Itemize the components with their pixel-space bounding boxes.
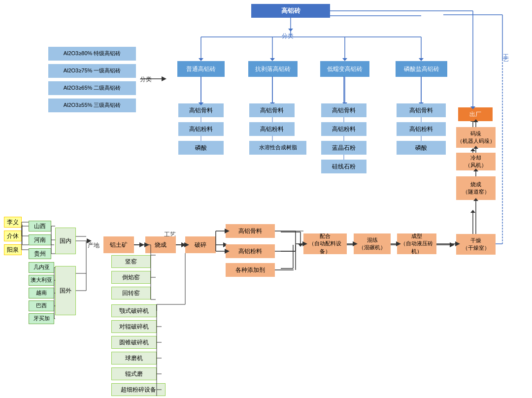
origin-guizhou: 贵州: [29, 248, 51, 259]
device-superfine: 超细粉碎设备: [111, 383, 166, 396]
origin-brazil: 巴西: [29, 300, 54, 311]
cat-box-2: 抗剥落高铝砖: [248, 61, 298, 77]
ing-3-2: 高铝粉料: [321, 122, 366, 136]
grade-box-4: Al2O3≥55% 三级高铝砖: [48, 99, 136, 112]
cat-box-4: 磷酸盐高铝砖: [396, 61, 447, 77]
device-shuyao: 竖窑: [111, 255, 151, 268]
process-chuchang: 出厂: [458, 107, 493, 121]
ing-1-3: 磷酸: [178, 141, 224, 155]
svg-marker-46: [450, 242, 455, 247]
ing-1-2: 高铝粉料: [178, 122, 224, 136]
process-hunlian: 混练 （混碾机）: [354, 233, 391, 254]
process-shaocheng-flow: 烧成: [145, 236, 176, 253]
ing-3-1: 高铝骨料: [321, 103, 366, 117]
ing-2-3: 水溶性合成树脂: [249, 141, 306, 155]
svg-marker-1: [288, 29, 293, 32]
top-box-gaoluzhuang: 高铝砖: [251, 4, 330, 18]
grade-box-3: Al2O3≥65% 二级高铝砖: [48, 81, 136, 95]
origin-australia: 澳大利亚: [29, 275, 54, 286]
classify-label: 分类: [282, 32, 294, 40]
process-lengjue: 冷却 （风机）: [456, 153, 496, 170]
origin-henan: 河南: [29, 234, 51, 245]
process-shaocheng-tunnel: 烧成 （隧道窑）: [456, 176, 496, 200]
origin-domestic-box: 国内: [55, 228, 76, 254]
gongyi-label-topright: 工艺: [501, 49, 510, 53]
svg-marker-48: [470, 210, 475, 213]
process-peihe: 配合 （自动配料设备）: [303, 233, 347, 254]
ing-3-3: 蓝晶石粉: [321, 141, 366, 155]
process-chengxing: 成型 （自动液压砖机）: [397, 233, 436, 254]
product-gaoluguliao: 高铝骨料: [226, 224, 275, 238]
process-ganzao: 干燥 （干燥室）: [456, 234, 496, 255]
svg-marker-58: [162, 76, 166, 81]
grade-box-2: Al2O3≥75% 一级高铝砖: [48, 64, 136, 78]
device-huizhuanyao: 回转窑: [111, 287, 151, 299]
svg-marker-52: [470, 148, 475, 151]
main-canvas: 高铝砖 分类 Al2O3≥80% 特级高铝砖 Al2O3≥75% 一级高铝砖 A…: [0, 0, 532, 398]
grade-classify-label: 分类: [140, 75, 152, 84]
process-maduo: 码垛 （机器人码垛）: [456, 127, 496, 148]
material-aluminite: 铝土矿: [103, 236, 134, 253]
svg-marker-36: [298, 244, 303, 247]
ing-4-2: 高铝粉料: [397, 122, 446, 136]
ing-4-3: 磷酸: [397, 141, 446, 155]
origin-guinea: 几内亚: [29, 262, 54, 273]
svg-marker-24: [139, 242, 144, 247]
origin-jamaica: 牙买加: [29, 313, 54, 324]
device-duigan: 对辊破碎机: [111, 320, 157, 333]
ing-3-4: 硅线石粉: [321, 160, 366, 173]
chandi-label: 产地: [88, 241, 100, 250]
process-sunsui: 破碎: [185, 236, 216, 253]
product-additives: 各种添加剂: [226, 263, 275, 277]
origin-shanxi: 山西: [29, 221, 51, 232]
device-yuanzhui: 圆锥破碎机: [111, 336, 157, 349]
grade-box-1: Al2O3≥80% 特级高铝砖: [48, 47, 136, 61]
device-daoyanyao: 倒焰窑: [111, 271, 151, 284]
ing-4-1: 高铝骨料: [397, 103, 446, 117]
cat-box-3: 低蠕变高铝砖: [320, 61, 369, 77]
ing-1-1: 高铝骨料: [178, 103, 224, 117]
origin-jiexiu: 介休: [4, 231, 22, 241]
device-epo: 颚式破碎机: [111, 304, 157, 317]
ing-2-1: 高铝骨料: [249, 103, 295, 117]
origin-liyi: 李义: [4, 217, 22, 228]
ing-2-2: 高铝粉料: [249, 122, 295, 136]
device-qiumo: 球磨机: [111, 352, 157, 365]
origin-yanquan: 阳泉: [4, 244, 22, 255]
cat-box-1: 普通高铝砖: [177, 61, 225, 77]
device-gunmo: 辊式磨: [111, 367, 157, 380]
origin-foreign-box: 国外: [55, 266, 76, 315]
product-gaolopenliao: 高铝粉料: [226, 244, 275, 258]
origin-vietnam: 越南: [29, 288, 54, 298]
